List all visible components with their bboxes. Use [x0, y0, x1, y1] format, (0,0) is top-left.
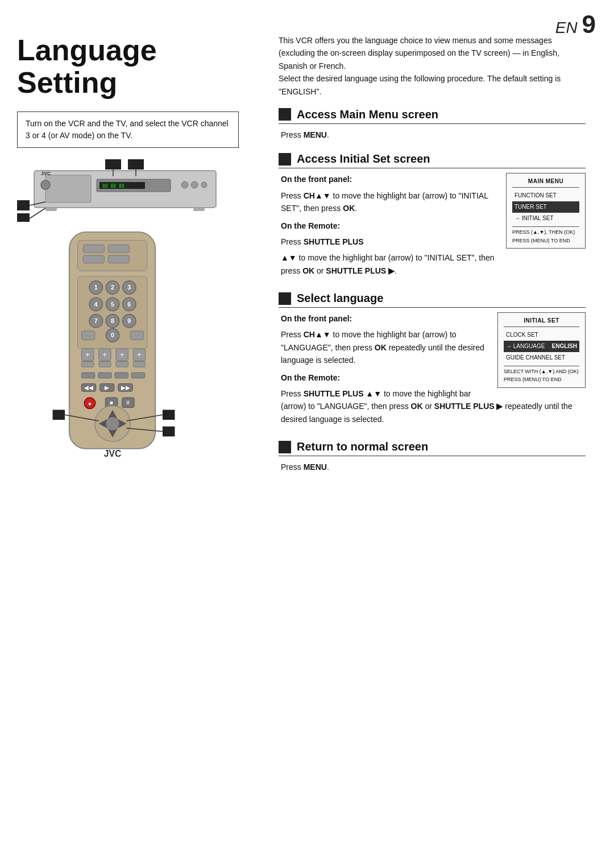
section-title-select-language: Select language: [297, 292, 383, 305]
svg-text:7: 7: [94, 317, 98, 324]
section-square-2: [279, 153, 291, 166]
remote-control-illustration: 1 2 3 4 5 6 7 8 9 0 +: [51, 229, 267, 470]
svg-point-7: [181, 181, 188, 188]
svg-point-84: [106, 418, 119, 431]
section-square-1: [279, 108, 291, 121]
main-menu-box: MAIN MENU FUNCTION SET TUNER SET INITIAL…: [506, 173, 586, 249]
svg-text:■: ■: [110, 399, 113, 406]
svg-text:88 88 88: 88 88 88: [102, 184, 125, 189]
section-return-normal: Return to normal screen Press MENU.: [279, 440, 586, 473]
svg-text:+: +: [102, 350, 107, 359]
svg-point-8: [191, 181, 198, 188]
svg-rect-0: [105, 159, 121, 170]
section-square-4: [279, 441, 291, 453]
section-select-language: Select language INITIAL SET CLOCK SET → …: [279, 292, 586, 429]
svg-text:JVC: JVC: [41, 171, 51, 176]
svg-text:0: 0: [111, 332, 114, 339]
svg-rect-3: [45, 175, 91, 202]
svg-text:3: 3: [127, 284, 131, 291]
svg-text:9: 9: [127, 317, 131, 324]
svg-rect-78: [163, 410, 175, 420]
svg-rect-17: [17, 213, 30, 222]
svg-text:JVC: JVC: [104, 449, 121, 459]
svg-rect-22: [83, 245, 104, 253]
section-access-initial-set: Access Initial Set screen MAIN MENU FUNC…: [279, 152, 586, 280]
svg-rect-64: [131, 373, 144, 378]
svg-text:●: ●: [88, 400, 92, 407]
svg-text:1: 1: [94, 284, 98, 291]
svg-rect-16: [17, 200, 30, 210]
svg-text:5: 5: [111, 301, 114, 308]
svg-text:+: +: [85, 350, 90, 359]
svg-text:▶▶: ▶▶: [121, 385, 130, 391]
svg-rect-48: [130, 331, 143, 340]
svg-text:▶: ▶: [105, 385, 109, 391]
section-title-access-initial-set: Access Initial Set screen: [297, 152, 430, 166]
initial-set-menu-box: INITIAL SET CLOCK SET → LANGUAGEENGLISH …: [497, 312, 586, 388]
svg-text:2: 2: [111, 284, 114, 291]
svg-rect-13: [193, 208, 205, 211]
section-access-main-menu: Access Main Menu screen Press MENU.: [279, 108, 586, 141]
svg-rect-77: [53, 410, 65, 420]
section-title-access-main-menu: Access Main Menu screen: [297, 108, 438, 121]
svg-rect-61: [81, 373, 94, 378]
page-title: LanguageSetting: [17, 34, 267, 99]
svg-point-9: [201, 182, 207, 188]
svg-point-10: [41, 180, 50, 189]
svg-line-19: [30, 208, 45, 218]
svg-rect-60: [133, 362, 145, 367]
svg-text:+: +: [120, 350, 125, 359]
svg-text:+: +: [137, 350, 142, 359]
svg-rect-57: [116, 362, 128, 367]
right-intro-text: This VCR offers you the language choice …: [279, 34, 586, 98]
svg-text:6: 6: [127, 301, 131, 308]
vcr-device-illustration: 88 88 88 JVC: [17, 159, 267, 224]
svg-rect-23: [108, 245, 129, 253]
svg-text:⏸: ⏸: [125, 399, 131, 406]
svg-rect-1: [128, 159, 144, 170]
svg-text:8: 8: [111, 317, 114, 324]
svg-rect-45: [81, 331, 94, 340]
section-title-return-normal: Return to normal screen: [297, 440, 428, 453]
intro-box: Turn on the VCR and the TV, and select t…: [17, 111, 239, 148]
svg-rect-12: [45, 208, 57, 211]
svg-rect-54: [99, 362, 111, 367]
svg-rect-63: [115, 373, 128, 378]
svg-rect-62: [98, 373, 111, 378]
svg-rect-87: [163, 427, 175, 437]
section-square-3: [279, 292, 291, 305]
svg-rect-51: [81, 362, 93, 367]
svg-rect-25: [108, 255, 129, 263]
svg-text:4: 4: [94, 301, 98, 308]
svg-rect-24: [83, 255, 104, 263]
svg-text:◀◀: ◀◀: [84, 385, 93, 391]
